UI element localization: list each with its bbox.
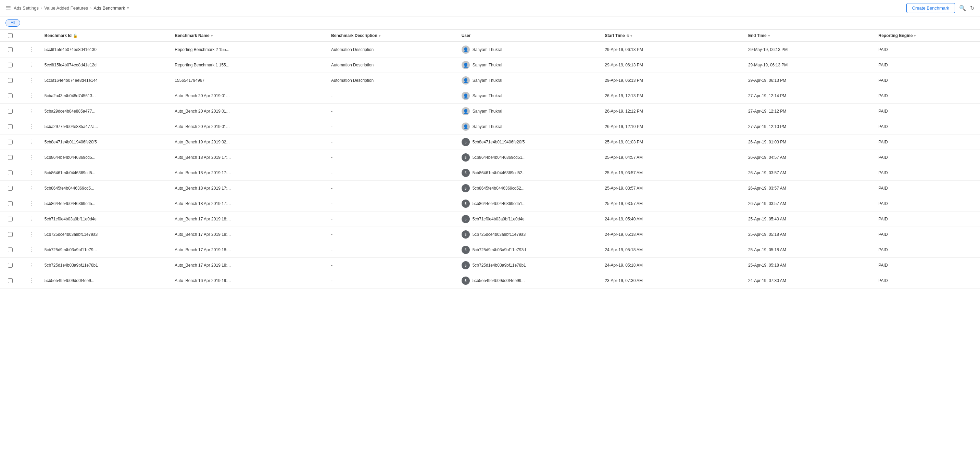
chevron-down-icon[interactable]: ▾ xyxy=(127,6,129,10)
reporting-engine-cell: PAID xyxy=(875,227,980,242)
refresh-icon[interactable]: ↻ xyxy=(970,5,975,11)
row-checkbox[interactable] xyxy=(8,78,13,83)
row-checkbox[interactable] xyxy=(8,186,13,190)
row-checkbox[interactable] xyxy=(8,247,13,252)
desc-filter-icon[interactable]: ▾ xyxy=(379,34,380,38)
select-all-checkbox[interactable] xyxy=(8,33,13,38)
benchmark-name-cell: Auto_Bench 20 Apr 2019 01... xyxy=(172,119,328,135)
user-name: 5cb725d1e4b03a9bf11e78b1 xyxy=(473,263,526,268)
user-name: Sanyam Thukral xyxy=(473,94,502,98)
benchmark-id-cell: 5cb86461e4b0446369cd5... xyxy=(42,165,172,181)
row-menu-icon[interactable]: ⋮ xyxy=(29,154,34,160)
row-menu-icon[interactable]: ⋮ xyxy=(29,278,34,283)
row-menu-icon[interactable]: ⋮ xyxy=(29,232,34,237)
benchmark-name-cell: Auto_Bench 18 Apr 2019 17:... xyxy=(172,150,328,165)
benchmark-name-header[interactable]: Benchmark Name ▾ xyxy=(172,30,328,42)
row-menu-cell: ⋮ xyxy=(21,181,42,196)
row-checkbox[interactable] xyxy=(8,170,13,175)
start-filter-icon[interactable]: ▾ xyxy=(630,34,632,38)
benchmark-name-cell: Auto_Bench 18 Apr 2019 17:... xyxy=(172,196,328,211)
search-icon[interactable]: 🔍 xyxy=(959,5,966,11)
row-checkbox[interactable] xyxy=(8,140,13,144)
row-menu-icon[interactable]: ⋮ xyxy=(29,262,34,268)
user-name: Sanyam Thukral xyxy=(473,47,502,52)
end-time-cell: 29-Apr-19, 06:13 PM xyxy=(745,73,876,88)
menu-header xyxy=(21,30,42,42)
row-checkbox[interactable] xyxy=(8,217,13,221)
row-menu-cell: ⋮ xyxy=(21,273,42,289)
row-menu-cell: ⋮ xyxy=(21,119,42,135)
row-menu-cell: ⋮ xyxy=(21,88,42,104)
benchmark-id-label: Benchmark Id xyxy=(45,33,72,38)
lock-icon: 🔒 xyxy=(73,33,78,38)
user-inner: 👤Sanyam Thukral xyxy=(461,92,600,100)
user-cell: 55cb8645fe4b0446369cd52... xyxy=(459,181,602,196)
reporting-engine-cell: PAID xyxy=(875,211,980,227)
start-time-header[interactable]: Start Time ⇅ ▾ xyxy=(602,30,745,42)
user-name: 5cb8e471e4b0119406fe20f5 xyxy=(473,140,525,144)
user-cell: 👤Sanyam Thukral xyxy=(459,42,602,57)
row-menu-icon[interactable]: ⋮ xyxy=(29,62,34,68)
start-time-cell: 26-Apr-19, 12:10 PM xyxy=(602,119,745,135)
row-menu-icon[interactable]: ⋮ xyxy=(29,77,34,83)
row-menu-icon[interactable]: ⋮ xyxy=(29,170,34,176)
start-time-cell: 25-Apr-19, 01:03 PM xyxy=(602,135,745,150)
row-menu-icon[interactable]: ⋮ xyxy=(29,201,34,206)
row-checkbox[interactable] xyxy=(8,47,13,52)
row-menu-icon[interactable]: ⋮ xyxy=(29,139,34,145)
benchmark-name-cell: Auto_Bench 17 Apr 2019 18:... xyxy=(172,242,328,258)
user-cell: 👤Sanyam Thukral xyxy=(459,104,602,119)
benchmark-name-label: Benchmark Name xyxy=(175,33,209,38)
breadcrumb-ads-settings[interactable]: Ads Settings xyxy=(14,5,39,11)
user-cell: 👤Sanyam Thukral xyxy=(459,119,602,135)
row-checkbox[interactable] xyxy=(8,124,13,129)
user-name: Sanyam Thukral xyxy=(473,109,502,114)
start-time-cell: 24-Apr-19, 05:18 AM xyxy=(602,242,745,258)
reporting-engine-header[interactable]: Reporting Engine ▾ xyxy=(875,30,980,42)
row-menu-icon[interactable]: ⋮ xyxy=(29,93,34,98)
row-menu-icon[interactable]: ⋮ xyxy=(29,108,34,114)
user-inner: 55cb8e471e4b0119406fe20f5 xyxy=(461,138,600,146)
user-inner: 55cb8644ee4b0446369cd51... xyxy=(461,200,600,208)
row-menu-icon[interactable]: ⋮ xyxy=(29,46,34,52)
user-cell: 55cb725d1e4b03a9bf11e78b1 xyxy=(459,258,602,273)
create-benchmark-button[interactable]: Create Benchmark xyxy=(906,3,955,13)
benchmark-id-cell: 5cba29dce4b04e885a477... xyxy=(42,104,172,119)
row-checkbox[interactable] xyxy=(8,201,13,206)
all-filter-button[interactable]: All xyxy=(5,19,20,27)
user-cell: 55cb725d9e4b03a9bf11e793d xyxy=(459,242,602,258)
benchmark-desc-header[interactable]: Benchmark Description ▾ xyxy=(328,30,459,42)
row-checkbox[interactable] xyxy=(8,263,13,268)
end-filter-icon[interactable]: ▾ xyxy=(768,34,770,38)
user-inner: 55cb8644be4b0446369cd51... xyxy=(461,153,600,162)
row-checkbox[interactable] xyxy=(8,109,13,114)
user-name: 5cb8644ee4b0446369cd51... xyxy=(473,201,526,206)
row-menu-icon[interactable]: ⋮ xyxy=(29,185,34,191)
row-menu-cell: ⋮ xyxy=(21,165,42,181)
benchmark-desc-cell: - xyxy=(328,181,459,196)
avatar: 5 xyxy=(461,138,470,146)
row-menu-cell: ⋮ xyxy=(21,57,42,73)
end-time-header[interactable]: End Time ▾ xyxy=(745,30,876,42)
table-row: ⋮5cb8644be4b0446369cd5...Auto_Bench 18 A… xyxy=(0,150,980,165)
name-filter-icon[interactable]: ▾ xyxy=(211,34,213,38)
benchmark-id-cell: 5cb8e471e4b0119406fe20f5 xyxy=(42,135,172,150)
reporting-engine-label: Reporting Engine xyxy=(878,33,913,38)
hamburger-icon[interactable]: ☰ xyxy=(5,5,11,12)
row-menu-cell: ⋮ xyxy=(21,150,42,165)
row-checkbox[interactable] xyxy=(8,232,13,237)
row-checkbox[interactable] xyxy=(8,278,13,283)
user-cell: 55cb8644be4b0446369cd51... xyxy=(459,150,602,165)
row-menu-icon[interactable]: ⋮ xyxy=(29,216,34,222)
breadcrumb-value-added[interactable]: Value Added Features xyxy=(44,5,88,11)
row-checkbox[interactable] xyxy=(8,155,13,160)
row-checkbox-cell xyxy=(0,42,21,57)
engine-filter-icon[interactable]: ▾ xyxy=(914,34,916,38)
row-checkbox[interactable] xyxy=(8,94,13,98)
row-menu-icon[interactable]: ⋮ xyxy=(29,124,34,129)
user-inner: 👤Sanyam Thukral xyxy=(461,76,600,84)
start-sort-icon[interactable]: ⇅ xyxy=(626,34,629,38)
benchmark-id-cell: 5cb725d1e4b03a9bf11e78b1 xyxy=(42,258,172,273)
row-checkbox[interactable] xyxy=(8,63,13,67)
row-menu-icon[interactable]: ⋮ xyxy=(29,247,34,252)
